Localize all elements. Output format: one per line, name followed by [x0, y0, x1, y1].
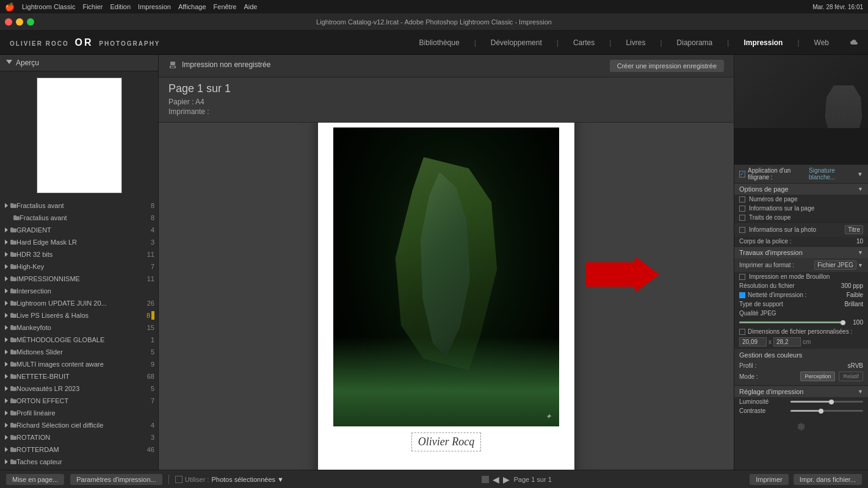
brouillon-checkbox[interactable] [739, 274, 745, 280]
folder-icon [10, 411, 16, 415]
folder-count: 4 [145, 422, 154, 429]
options-page-header[interactable]: Options de page ▼ [734, 184, 868, 195]
info-value-select[interactable]: Titre [845, 225, 863, 234]
printer-label: Imprimante : [168, 107, 724, 116]
folder-count: 5 [145, 385, 154, 392]
filigrane-dropdown[interactable]: ▼ [857, 171, 863, 178]
list-item[interactable]: ROTTERDAM 46 [0, 443, 158, 456]
qualite-slider-row: 100 [734, 318, 868, 327]
reglage-header[interactable]: Réglage d'impression ▼ [734, 386, 868, 397]
page-info-bar: Page 1 sur 1 Papier : A4 Imprimante : [159, 77, 734, 123]
perception-button[interactable]: Perception [800, 371, 835, 381]
folder-count: 1 [145, 336, 154, 343]
folder-icon [13, 215, 20, 220]
app-name[interactable]: Lightroom Classic [22, 3, 75, 10]
list-item[interactable]: Intersection [0, 285, 158, 297]
numeros-page-checkbox[interactable] [739, 196, 745, 203]
menu-fenetre[interactable]: Fenêtre [214, 3, 237, 10]
bottom-bar: Mise en page... Paramètres d'impression.… [0, 470, 868, 488]
list-item[interactable]: Live PS Liserés & Halos 8 [0, 309, 158, 321]
informations-page-checkbox[interactable] [739, 206, 745, 212]
mise-en-page-button[interactable]: Mise en page... [6, 474, 64, 485]
imprimer-button[interactable]: Imprimer [750, 474, 788, 485]
list-item[interactable]: Richard Sélection ciel difficile 4 [0, 419, 158, 431]
list-item[interactable]: HDR 32 bits 11 [0, 248, 158, 260]
menu-edition[interactable]: Edition [110, 3, 131, 10]
nav-bibliotheque[interactable]: Bibliothèque [414, 36, 465, 49]
list-item[interactable]: Nouveautés LR 2023 5 [0, 382, 158, 395]
nav-impression[interactable]: Impression [739, 36, 787, 49]
nav-livres[interactable]: Livres [621, 36, 650, 49]
list-item[interactable]: Midtones Slider 5 [0, 346, 158, 358]
apercu-toggle[interactable] [6, 60, 12, 67]
nav-developpement[interactable]: Développement [486, 36, 547, 49]
parametres-impression-button[interactable]: Paramètres d'impression... [70, 474, 162, 485]
apercu-header[interactable]: Aperçu [0, 55, 158, 71]
contraste-thumb[interactable] [819, 409, 823, 414]
list-item[interactable]: NETTETE-BRUIT 68 [0, 370, 158, 382]
prev-page-button[interactable]: ◀ [493, 475, 499, 484]
support-row: Type de support Brillant [734, 300, 868, 309]
list-item[interactable]: Mankeyfoto 15 [0, 321, 158, 334]
mode-label: Mode : [739, 373, 758, 380]
app-logo: OLIVIER ROCO OR PHOTOGRAPHY [10, 37, 161, 48]
folder-list: Fractalius avant 8 Fractalius avant 8 GR… [0, 199, 158, 470]
create-saved-print-button[interactable]: Créer une impression enregistrée [610, 60, 724, 72]
folder-icon [10, 325, 16, 330]
menu-affichage[interactable]: Affichage [178, 3, 206, 10]
list-item[interactable]: ORTON EFFECT 7 [0, 395, 158, 407]
traits-coupe-checkbox[interactable] [739, 215, 745, 221]
infos-photo-checkbox[interactable] [739, 227, 745, 233]
dimensions-checkbox[interactable] [739, 329, 745, 335]
format-value[interactable]: Fichier JPEG [814, 260, 856, 270]
folder-icon [10, 264, 16, 269]
next-page-button[interactable]: ▶ [503, 475, 510, 484]
dim-width-input[interactable] [739, 337, 767, 346]
folder-arrow-icon [5, 398, 8, 403]
main-layout: Aperçu Fractalius avant 8 Fractalius ava… [0, 55, 868, 470]
qualite-slider-track [739, 321, 845, 323]
luminosite-thumb[interactable] [829, 400, 834, 404]
list-item[interactable]: High-Key 7 [0, 260, 158, 273]
list-item[interactable]: IMPRESSIONNISME 11 [0, 273, 158, 285]
apple-logo[interactable]: 🍎 [5, 2, 15, 12]
list-item[interactable]: Lightroom UPDATE JUIN 20... 26 [0, 297, 158, 309]
close-button[interactable] [5, 18, 12, 26]
nav-web[interactable]: Web [809, 36, 834, 49]
filigrane-value[interactable]: Signature blanche... [809, 167, 855, 181]
list-item[interactable]: Fractalius avant 8 [0, 212, 158, 224]
arrow-indicator [586, 256, 659, 295]
qualite-thumb[interactable] [841, 320, 845, 325]
list-item[interactable]: ROTATION 3 [0, 431, 158, 443]
mantis-bg: ✦ [333, 127, 559, 426]
list-item[interactable]: Hard Edge Mask LR 3 [0, 236, 158, 248]
list-item[interactable]: MÉTHODOLOGIE GLOBALE 1 [0, 334, 158, 346]
nav-diaporama[interactable]: Diaporama [672, 36, 718, 49]
page-title: Page 1 sur 1 [168, 82, 724, 95]
nav-cartes[interactable]: Cartes [568, 36, 599, 49]
numeros-page-label: Numéros de page [749, 196, 798, 203]
list-item[interactable]: Profil linéaire [0, 407, 158, 419]
list-item[interactable]: Taches capteur [0, 456, 158, 468]
dim-height-input[interactable] [773, 337, 801, 346]
nettete-checkbox[interactable] [739, 292, 745, 298]
folder-arrow-icon [5, 447, 8, 452]
menu-fichier[interactable]: Fichier [82, 3, 103, 10]
use-checkbox[interactable] [175, 476, 183, 483]
list-item[interactable]: Fractalius avant 8 [0, 199, 158, 212]
relatif-button[interactable]: Relatif [839, 371, 863, 381]
app-nav: OLIVIER ROCO OR PHOTOGRAPHY Bibliothèque… [0, 30, 868, 55]
format-dropdown-arrow[interactable]: ▼ [858, 262, 863, 268]
menu-aide[interactable]: Aide [244, 3, 257, 10]
list-item[interactable]: MULTI images content aware 9 [0, 358, 158, 370]
minimize-button[interactable] [16, 18, 23, 26]
traffic-lights[interactable] [5, 18, 34, 26]
filigrane-checkbox[interactable]: ✓ [739, 171, 745, 178]
menu-impression[interactable]: Impression [138, 3, 171, 10]
imprimer-fichier-button[interactable]: Impr. dans fichier... [794, 474, 862, 485]
list-item[interactable]: GRADIENT 4 [0, 224, 158, 236]
list-item[interactable]: TEAL-ORANGE 6 [0, 468, 158, 470]
travaux-header[interactable]: Travaux d'impression ▼ [734, 247, 868, 258]
folder-arrow-icon [5, 289, 8, 293]
maximize-button[interactable] [27, 18, 34, 26]
